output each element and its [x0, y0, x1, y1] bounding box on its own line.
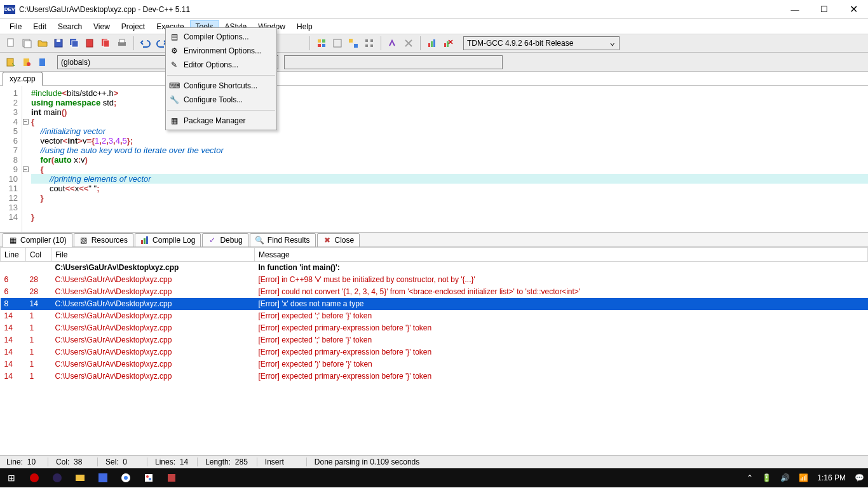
- svg-rect-33: [144, 238, 146, 244]
- tab-close[interactable]: ✖Close: [317, 233, 360, 247]
- svg-rect-20: [370, 39, 373, 42]
- tools-package-manager[interactable]: ▦Package Manager: [166, 114, 276, 128]
- menu-view[interactable]: View: [88, 20, 116, 33]
- taskbar-chrome-icon[interactable]: [114, 468, 137, 487]
- profile-icon[interactable]: [425, 36, 439, 50]
- keyboard-icon: ⌨: [168, 81, 180, 91]
- tray-chevron-up-icon[interactable]: ⌃: [747, 473, 753, 482]
- goto-file-icon[interactable]: [4, 55, 18, 69]
- print-icon[interactable]: [115, 36, 129, 50]
- svg-point-42: [146, 475, 149, 478]
- tray-clock[interactable]: 1:16 PM: [817, 473, 846, 482]
- pencil-icon: ✎: [168, 60, 180, 70]
- error-row[interactable]: 141C:\Users\GaUrAv\Desktop\xyz.cpp[Error…: [1, 322, 868, 334]
- compile-icon[interactable]: [315, 36, 329, 50]
- editor-tab-xyz[interactable]: xyz.cpp: [3, 72, 43, 86]
- col-header-message[interactable]: Message: [255, 248, 868, 262]
- fold-toggle-icon[interactable]: −: [23, 166, 29, 172]
- svg-point-30: [27, 62, 31, 66]
- svg-rect-24: [431, 41, 433, 47]
- delete-profile-icon[interactable]: [441, 36, 455, 50]
- tray-battery-icon[interactable]: 🔋: [762, 473, 771, 482]
- close-file-icon[interactable]: [83, 36, 97, 50]
- tools-configure-shortcuts[interactable]: ⌨Configure Shortcuts...: [166, 79, 276, 93]
- fold-toggle-icon[interactable]: −: [23, 119, 29, 125]
- svg-rect-28: [7, 58, 13, 66]
- svg-rect-0: [8, 39, 13, 46]
- menu-file[interactable]: File: [4, 20, 27, 33]
- tab-compile-log[interactable]: Compile Log: [135, 233, 201, 247]
- maximize-button[interactable]: ☐: [810, 0, 839, 19]
- symbol-select[interactable]: [284, 55, 503, 69]
- error-row[interactable]: 141C:\Users\GaUrAv\Desktop\xyz.cpp[Error…: [1, 358, 868, 370]
- code-editor[interactable]: 1234567891011121314 −− #include<bits/std…: [0, 86, 868, 232]
- minimize-button[interactable]: —: [780, 0, 810, 19]
- svg-rect-26: [444, 43, 446, 47]
- error-row[interactable]: 628C:\Users\GaUrAv\Desktop\xyz.cpp[Error…: [1, 274, 868, 286]
- menu-project[interactable]: Project: [116, 20, 151, 33]
- svg-rect-19: [365, 39, 368, 42]
- col-header-line[interactable]: Line: [1, 248, 26, 262]
- code-area[interactable]: #include<bits/stdc++.h> using namespace …: [29, 86, 868, 232]
- save-icon[interactable]: [51, 36, 65, 50]
- run-icon[interactable]: [330, 36, 344, 50]
- svg-rect-32: [141, 240, 143, 244]
- tray-notifications-icon[interactable]: 💬: [855, 473, 864, 482]
- error-row[interactable]: 141C:\Users\GaUrAv\Desktop\xyz.cpp[Error…: [1, 370, 868, 383]
- col-header-file[interactable]: File: [51, 248, 255, 262]
- tab-find-results[interactable]: 🔍Find Results: [250, 233, 316, 247]
- menu-help[interactable]: Help: [291, 20, 318, 33]
- package-icon: ▦: [168, 116, 180, 126]
- svg-rect-17: [349, 39, 353, 43]
- tools-environment-options[interactable]: ⚙Environment Options...: [166, 44, 276, 58]
- new-project-icon[interactable]: [20, 36, 34, 50]
- error-row[interactable]: C:\Users\GaUrAv\Desktop\xyz.cppIn functi…: [1, 262, 868, 274]
- rebuild-icon[interactable]: [362, 36, 376, 50]
- debug-icon[interactable]: [386, 36, 400, 50]
- taskbar-paint-icon[interactable]: [137, 468, 160, 487]
- windows-taskbar: ⊞ ⌃ 🔋 🔊 📶 1:16 PM 💬: [0, 468, 868, 487]
- svg-rect-25: [433, 39, 435, 47]
- col-header-col[interactable]: Col: [26, 248, 51, 262]
- bottom-tabstrip: ▦Compiler (10) ▧Resources Compile Log ✓D…: [0, 232, 868, 247]
- stop-icon[interactable]: [402, 36, 416, 50]
- open-icon[interactable]: [36, 36, 50, 50]
- svg-rect-11: [119, 39, 125, 43]
- error-row[interactable]: 141C:\Users\GaUrAv\Desktop\xyz.cpp[Error…: [1, 346, 868, 358]
- tray-wifi-icon[interactable]: 📶: [799, 473, 808, 482]
- close-button[interactable]: ✕: [839, 0, 868, 19]
- svg-point-35: [30, 473, 39, 482]
- menu-search[interactable]: Search: [52, 20, 88, 33]
- svg-point-36: [53, 473, 62, 482]
- error-row[interactable]: 141C:\Users\GaUrAv\Desktop\xyz.cpp[Error…: [1, 310, 868, 322]
- tab-debug[interactable]: ✓Debug: [202, 233, 248, 247]
- menu-edit[interactable]: Edit: [27, 20, 52, 33]
- tools-editor-options[interactable]: ✎Editor Options...: [166, 58, 276, 72]
- error-row[interactable]: 628C:\Users\GaUrAv\Desktop\xyz.cpp[Error…: [1, 286, 868, 298]
- new-file-icon[interactable]: [4, 36, 18, 50]
- tab-compiler[interactable]: ▦Compiler (10): [3, 233, 72, 247]
- stack-icon: ▧: [79, 236, 88, 245]
- compiler-select[interactable]: TDM-GCC 4.9.2 64-bit Release: [463, 36, 620, 50]
- taskbar-explorer-icon[interactable]: [69, 468, 92, 487]
- taskbar-devcpp-icon[interactable]: [92, 468, 114, 487]
- compile-run-icon[interactable]: [346, 36, 360, 50]
- tools-compiler-options[interactable]: ▤Compiler Options...: [166, 30, 276, 44]
- check-icon: ✓: [208, 236, 217, 245]
- close-all-icon[interactable]: [99, 36, 113, 50]
- error-row[interactable]: 141C:\Users\GaUrAv\Desktop\xyz.cpp[Error…: [1, 334, 868, 346]
- tab-resources[interactable]: ▧Resources: [74, 233, 133, 247]
- error-row[interactable]: 814C:\Users\GaUrAv\Desktop\xyz.cpp[Error…: [1, 298, 868, 310]
- goto-bookmark-icon[interactable]: [36, 55, 50, 69]
- undo-icon[interactable]: [139, 36, 153, 50]
- start-button[interactable]: ⊞: [0, 468, 23, 487]
- taskbar-opera-icon[interactable]: [23, 468, 46, 487]
- svg-rect-21: [365, 44, 368, 47]
- taskbar-app-icon[interactable]: [160, 468, 183, 487]
- bookmark-icon[interactable]: [20, 55, 34, 69]
- save-all-icon[interactable]: [67, 36, 81, 50]
- tools-configure-tools[interactable]: 🔧Configure Tools...: [166, 93, 276, 107]
- grid-icon: ▦: [8, 236, 17, 245]
- tray-volume-icon[interactable]: 🔊: [780, 473, 790, 482]
- taskbar-eclipse-icon[interactable]: [46, 468, 69, 487]
